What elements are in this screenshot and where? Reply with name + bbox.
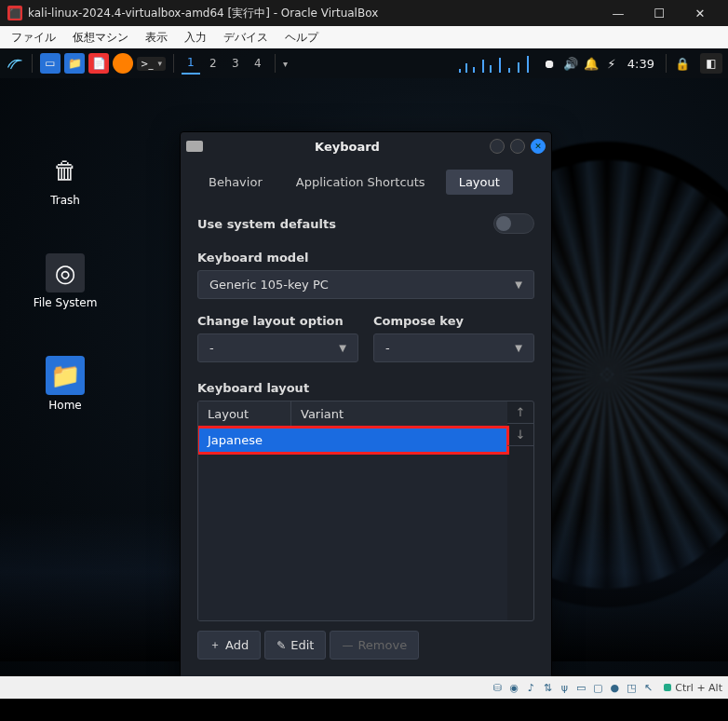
terminal-launcher[interactable]: >_▾ [137,57,166,71]
vbox-menu-help[interactable]: ヘルプ [277,28,326,48]
file-manager-icon[interactable]: 📁 [64,53,85,74]
home-folder-icon: 📁 [46,356,85,395]
dialog-maximize-button[interactable] [510,139,525,154]
kali-menu-icon[interactable] [6,54,24,73]
change-layout-option-select[interactable]: - ▼ [197,333,358,362]
panel-separator [275,54,276,73]
use-system-defaults-label: Use system defaults [197,217,336,231]
vbox-optical-icon[interactable]: ◉ [507,681,520,694]
workspace-3[interactable]: 3 [226,53,245,74]
layout-move-up-button[interactable]: ↑ [507,401,533,424]
vbox-audio-icon[interactable]: ♪ [524,681,537,694]
vbox-window-title: kali-linux-2024.4-virtualbox-amd64 [実行中]… [28,6,598,21]
edit-layout-button[interactable]: ✎Edit [264,631,326,660]
firefox-icon[interactable] [113,53,133,74]
workspace-1[interactable]: 1 [182,52,200,75]
compose-key-value: - [385,341,390,355]
filesystem-icon: ◎ [46,253,85,292]
xfce-panel: ▭ 📁 📄 >_▾ 1 2 3 4 ▾ ⏺ 🔊 🔔 ⚡ 4:39 🔒 ◧ [0,48,728,78]
panel-separator [173,54,174,73]
dialog-close-button[interactable] [531,139,546,154]
vbox-cpu-icon[interactable]: ◳ [625,681,638,694]
power-icon[interactable]: ⚡ [603,57,620,71]
vbox-close-button[interactable]: ✕ [680,0,721,26]
vbox-statusbar: ⛁ ◉ ♪ ⇅ ψ ▭ ▢ ● ◳ ↖ Ctrl + Alt [0,676,728,699]
vbox-hdd-icon[interactable]: ⛁ [491,681,504,694]
minus-icon: — [342,639,353,652]
dialog-tabs: Behavior Application Shortcuts Layout [181,160,551,198]
remove-layout-button[interactable]: —Remove [330,631,419,660]
vbox-menubar: ファイル 仮想マシン 表示 入力 デバイス ヘルプ [0,26,728,48]
dialog-minimize-button[interactable] [490,139,505,154]
pencil-icon: ✎ [276,639,286,652]
desktop-trash[interactable]: 🗑 Trash [28,151,102,207]
layout-row-japanese[interactable]: Japanese [198,428,507,453]
desktop-home[interactable]: 📁 Home [28,356,102,412]
vbox-minimize-button[interactable]: — [598,0,639,26]
chevron-down-icon: ▼ [515,279,522,290]
screen-recorder-icon[interactable]: ⏺ [542,57,559,71]
chevron-down-icon: ▼ [339,343,346,353]
variant-column-header[interactable]: Variant [291,401,353,427]
workspace-overflow[interactable]: ▾ [283,59,288,69]
show-desktop-icon[interactable]: ▭ [40,53,61,74]
guest-desktop: ▭ 📁 📄 >_▾ 1 2 3 4 ▾ ⏺ 🔊 🔔 ⚡ 4:39 🔒 ◧ 🗑 T… [0,48,728,699]
workspace-4[interactable]: 4 [249,53,267,74]
layout-column-header[interactable]: Layout [198,401,291,427]
cpu-graph[interactable] [454,54,538,73]
plus-icon: ＋ [209,637,221,653]
panel-separator [32,54,33,73]
keyboard-icon [186,141,203,152]
lock-icon[interactable]: 🔒 [674,57,691,71]
compose-key-label: Compose key [373,314,534,328]
desktop-filesystem[interactable]: ◎ File System [28,253,102,309]
vbox-menu-vm[interactable]: 仮想マシン [65,28,136,48]
desktop-home-label: Home [28,399,102,412]
workspace-2[interactable]: 2 [204,53,222,74]
vbox-display-icon[interactable]: ▢ [591,681,604,694]
chevron-down-icon: ▼ [515,343,522,353]
layout-cell-layout: Japanese [208,433,301,447]
vbox-menu-input[interactable]: 入力 [177,28,214,48]
keyboard-layout-table: Layout Variant Japanese ↑ ↓ [197,401,534,621]
use-system-defaults-toggle[interactable] [493,213,534,234]
vbox-network-icon[interactable]: ⇅ [541,681,554,694]
keyboard-model-select[interactable]: Generic 105-key PC ▼ [197,270,534,299]
dialog-titlebar[interactable]: Keyboard [181,132,551,160]
vbox-titlebar: ⬛ kali-linux-2024.4-virtualbox-amd64 [実行… [0,0,728,26]
tab-behavior[interactable]: Behavior [195,170,276,195]
tab-application-shortcuts[interactable]: Application Shortcuts [283,170,438,195]
keyboard-model-label: Keyboard model [197,251,534,265]
desktop-filesystem-label: File System [28,296,102,309]
vbox-usb-icon[interactable]: ψ [558,681,571,694]
vbox-hostkey-indicator[interactable]: Ctrl + Alt [664,682,722,694]
dialog-title: Keyboard [210,140,484,154]
layout-table-empty [198,453,507,620]
clock[interactable]: 4:39 [624,57,658,71]
text-editor-icon[interactable]: 📄 [88,53,109,74]
notifications-icon[interactable]: 🔔 [583,57,600,71]
vbox-menu-file[interactable]: ファイル [4,28,63,48]
vbox-recording-icon[interactable]: ● [608,681,621,694]
add-layout-button[interactable]: ＋Add [197,631,261,660]
desktop-trash-label: Trash [28,194,102,207]
layout-table-header: Layout Variant [198,401,507,428]
hostkey-label: Ctrl + Alt [675,682,722,694]
volume-icon[interactable]: 🔊 [562,57,579,71]
tab-layout[interactable]: Layout [446,170,513,195]
vbox-menu-view[interactable]: 表示 [138,28,175,48]
hostkey-led-icon [664,684,671,691]
change-layout-option-value: - [209,341,214,355]
trash-icon: 🗑 [46,151,85,190]
vbox-mouse-icon[interactable]: ↖ [641,681,654,694]
keyboard-layout-label: Keyboard layout [197,381,534,395]
vbox-menu-devices[interactable]: デバイス [216,28,276,48]
change-layout-option-label: Change layout option [197,314,358,328]
vbox-shared-folders-icon[interactable]: ▭ [574,681,587,694]
panel-expand-icon[interactable]: ◧ [700,53,722,74]
layout-move-down-button[interactable]: ↓ [507,424,533,446]
keyboard-settings-dialog: Keyboard Behavior Application Shortcuts … [180,131,552,699]
vbox-maximize-button[interactable]: ☐ [639,0,680,26]
compose-key-select[interactable]: - ▼ [373,333,534,362]
virtualbox-icon: ⬛ [7,6,22,20]
